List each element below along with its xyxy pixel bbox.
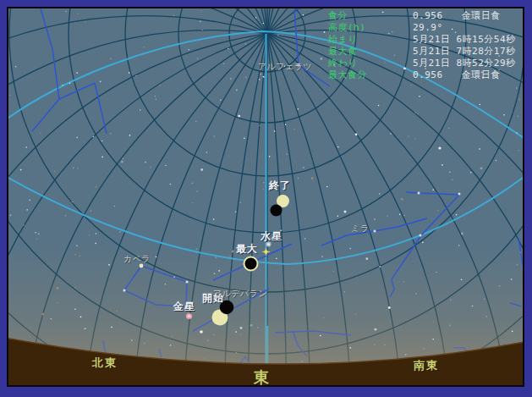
star-dot [140, 109, 141, 111]
star-dot [145, 162, 146, 163]
star-dot [479, 148, 480, 150]
star-dot [511, 278, 513, 280]
star-dot [159, 85, 161, 86]
star-dot [89, 234, 90, 236]
star-dot [437, 210, 439, 212]
sky-view[interactable]: アルフェラツミラカペラアルデバラン終了水星最大開始金星北東東南東 食分0.956… [8, 8, 523, 385]
star-dot [10, 214, 12, 216]
star-dot [484, 298, 485, 300]
star-dot [72, 201, 74, 203]
star-dot [101, 141, 103, 142]
star-dot [62, 85, 63, 86]
star-dot [100, 81, 101, 83]
star-dot [41, 313, 44, 316]
star-dot [74, 309, 76, 311]
star-dot [320, 335, 321, 337]
venus-core [188, 315, 190, 317]
star-dot [452, 179, 453, 181]
info-value: 0.956 [413, 69, 443, 80]
star-dot [172, 335, 173, 337]
star-dot [165, 165, 167, 167]
venus-marker[interactable] [186, 313, 192, 319]
star-dot [96, 186, 97, 188]
star-dot [257, 327, 259, 328]
star-core [264, 250, 267, 253]
mercury-core [267, 243, 270, 245]
star-dot [449, 172, 451, 174]
star-dot [26, 146, 28, 148]
star-dot [235, 212, 237, 213]
star-dot [156, 256, 157, 258]
star-dot [119, 231, 121, 233]
star-dot [405, 354, 407, 356]
star-dot [304, 238, 306, 240]
star-dot [26, 209, 28, 211]
star-dot [101, 157, 103, 158]
star-dot [173, 15, 175, 17]
eclipse-end-marker[interactable] [271, 195, 290, 217]
star-dot [448, 128, 450, 130]
star-dot [298, 178, 299, 179]
star-dot [480, 104, 481, 106]
star-dot [277, 35, 279, 36]
star-dot [419, 96, 420, 97]
star-dot [74, 287, 76, 289]
star-dot [458, 245, 460, 246]
star-dot [74, 254, 76, 256]
star-dot [218, 270, 220, 272]
star-dot [110, 58, 112, 60]
info-value: 5月21日 6時15分54秒 [413, 34, 516, 45]
star-dot [90, 210, 92, 212]
star-dot [519, 99, 521, 101]
star-dot [30, 200, 31, 201]
star-dot [384, 345, 386, 346]
star-dot [54, 170, 56, 172]
named-star-dot [418, 192, 420, 195]
star-dot [121, 161, 123, 163]
star-dot [311, 177, 314, 179]
info-value: 29.9° [413, 22, 443, 33]
star-dot [235, 331, 237, 333]
star-dot [193, 307, 195, 309]
star-dot [472, 306, 474, 307]
star-dot [111, 327, 112, 328]
star-dot [244, 137, 245, 139]
star-dot [415, 112, 417, 113]
star-dot [195, 121, 197, 123]
star-dot [131, 339, 133, 341]
moon-disc[interactable] [271, 205, 282, 217]
star-dot [201, 30, 203, 31]
star-dot [259, 125, 261, 127]
info-label: 最大食 [328, 46, 413, 58]
mercury-marker[interactable] [266, 242, 271, 247]
star-dot [165, 284, 167, 285]
star-dot [85, 21, 86, 23]
eclipse-max-marker[interactable] [244, 257, 258, 271]
star-dot [324, 31, 326, 33]
named-star-dot [140, 264, 144, 268]
annular-ring[interactable] [244, 257, 258, 271]
named-star-dot [200, 330, 203, 334]
star-dot [204, 358, 206, 360]
moon-disc[interactable] [220, 301, 234, 315]
constellation-line [294, 8, 330, 86]
star-dot [95, 243, 96, 245]
star-dot [77, 14, 79, 15]
star-dot [432, 190, 434, 191]
star-dot [456, 214, 458, 216]
star-dot [144, 343, 145, 345]
star-dot [387, 215, 388, 217]
info-row: 終わり5月21日 8時52分29秒 [328, 58, 532, 69]
star-dot [450, 300, 452, 301]
star-dot [516, 87, 518, 89]
star-dot [281, 229, 282, 231]
info-value: 5月21日 8時52分29秒 [413, 58, 516, 69]
star-dot [517, 264, 518, 266]
star-dot [326, 186, 328, 188]
star-dot [36, 238, 38, 240]
star-dot [173, 277, 175, 278]
star-dot [303, 167, 304, 168]
star-dot [135, 75, 137, 77]
star-dot [20, 169, 22, 171]
star-dot [411, 85, 413, 86]
